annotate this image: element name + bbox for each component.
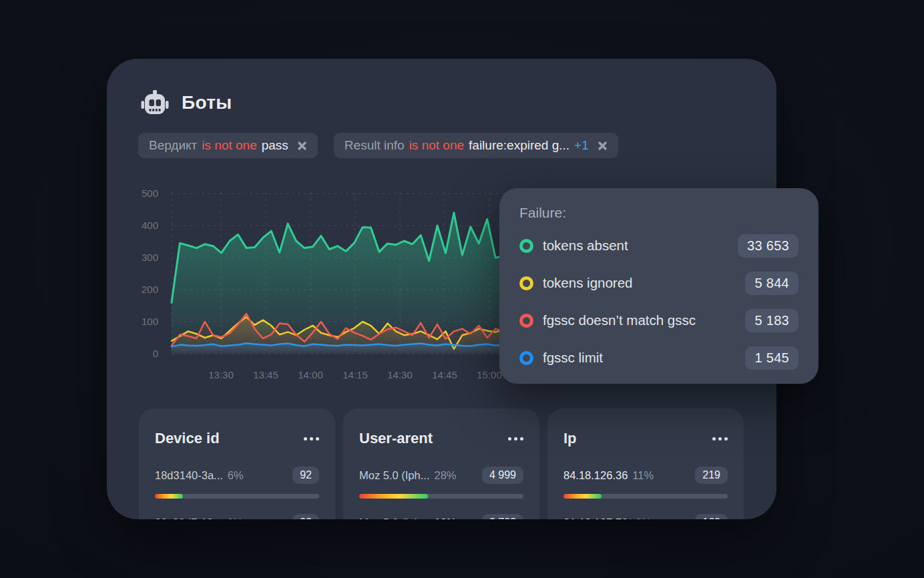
stat-separator: / [628,517,631,520]
stat-row: Moz 5.0 (Iph...13%2 702 [359,514,523,519]
stat-count-badge: 219 [695,467,728,484]
y-axis-label: 200 [138,284,158,295]
filter-bar: Вердиктis not onepassResult infois not o… [138,133,618,158]
stat-percent: 13% [434,517,456,520]
filter-value: pass [262,138,288,153]
stat-label: 84.18.126.36 [563,469,628,482]
ellipsis-icon[interactable] [508,435,523,443]
stat-row: Moz 5.0 (Iph...28%4 999 [359,467,523,484]
stat-row: 90c89d7-19...6%92 [155,514,319,519]
close-icon [297,141,307,151]
filter-more-count[interactable]: +1 [574,138,589,153]
stat-label: Moz 5.0 (Iph... [359,517,429,520]
progress-track [563,494,728,499]
stat-count-badge: 92 [292,467,319,484]
card-header: User-arent [359,430,523,447]
panel-header: Боты [140,88,232,117]
card-title: Device id [155,430,220,447]
stat-label: Moz 5.0 (Iph... [359,469,429,482]
legend-value-badge: 5 844 [745,272,798,295]
x-axis-label: 14:15 [334,369,377,380]
ellipsis-icon[interactable] [304,435,319,443]
card-header: Device id [155,430,319,447]
card-title: Ip [563,430,577,447]
ellipsis-icon[interactable] [712,435,728,443]
progress-fill [563,494,602,499]
legend-label: fgssc doesn’t match gssc [543,312,736,328]
progress-fill [359,494,428,499]
legend-ring-icon [519,239,533,253]
stat-count-badge: 4 999 [482,467,523,484]
robot-icon [140,88,170,117]
filter-operator: is not one [202,138,256,153]
chip-close-button[interactable] [598,141,608,151]
tooltip-legend: tokens absent33 653tokens ignored5 844fg… [519,227,798,376]
filter-field-label: Вердикт [149,138,197,153]
x-axis-label: 14:00 [289,369,332,380]
stat-percent: 6% [227,517,243,520]
card-header: Ip [563,430,728,447]
y-axis-label: 500 [138,188,158,199]
stat-card-1: Device id18d3140-3a...6%9290c89d7-19...6… [139,408,335,519]
x-axis-label: 13:45 [244,369,287,380]
legend-label: tokens absent [543,238,728,254]
y-axis-label: 0 [138,348,158,359]
legend-label: fgssc limit [543,350,736,366]
stat-percent: 6% [228,469,244,482]
progress-track [155,494,319,499]
y-axis-label: 400 [138,220,158,231]
legend-value-badge: 1 545 [745,346,798,370]
stat-row: 84.18.126.3611%219 [563,467,728,484]
legend-item-1[interactable]: tokens absent33 653 [519,227,798,264]
legend-label: tokens ignored [543,275,736,291]
legend-item-3[interactable]: fgssc doesn’t match gssc5 183 [519,302,798,339]
stat-row: 18d3140-3a...6%92 [155,467,319,484]
filter-chip-1[interactable]: Вердиктis not onepass [138,133,318,158]
chart-plot-area[interactable] [172,190,513,354]
stat-cards-row: Device id18d3140-3a...6%9290c89d7-19...6… [139,408,744,519]
chip-close-button[interactable] [297,141,307,151]
stat-percent: 11% [632,469,654,482]
legend-item-2[interactable]: tokens ignored5 844 [519,264,798,302]
stat-label: 31.13.137.70 [563,517,628,520]
legend-ring-icon [519,276,533,290]
stat-card-2: User-arentMoz 5.0 (Iph...28%4 999Moz 5.0… [343,408,539,519]
close-icon [598,141,608,151]
y-axis-label: 100 [138,316,158,327]
legend-value-badge: 5 183 [745,309,798,332]
filter-chip-2[interactable]: Result infois not onefailure:expired g..… [334,133,618,158]
progress-track [359,494,523,499]
legend-item-4[interactable]: fgssc limit1 545 [519,339,798,376]
legend-ring-icon [519,314,533,328]
tooltip-title: Failure: [519,205,798,221]
x-axis-label: 14:45 [423,369,466,380]
stat-count-badge: 160 [695,514,728,519]
progress-fill [155,494,183,499]
x-axis-label: 13:30 [200,369,242,380]
x-axis-label: 14:30 [379,369,421,380]
filter-operator: is not one [409,138,464,153]
chart-tooltip: Failure: tokens absent33 653tokens ignor… [499,188,819,384]
legend-ring-icon [519,351,533,365]
stat-label: 90c89d7-19... [155,517,222,520]
stat-row: 31.13.137.70 / 8%160 [563,514,728,519]
filter-value: failure:expired g... [469,138,569,153]
filter-field-label: Result info [344,138,405,153]
stat-percent: 28% [434,469,456,482]
stat-percent: 8% [636,517,652,520]
stat-count-badge: 92 [292,514,319,519]
stat-card-3: Ip84.18.126.3611%21931.13.137.70 / 8%160 [547,408,744,519]
stat-label: 18d3140-3a... [155,469,223,482]
stat-count-badge: 2 702 [482,514,523,519]
y-axis-label: 300 [138,252,158,263]
page-title: Боты [182,92,232,113]
legend-value-badge: 33 653 [738,234,798,258]
card-title: User-arent [359,430,433,447]
